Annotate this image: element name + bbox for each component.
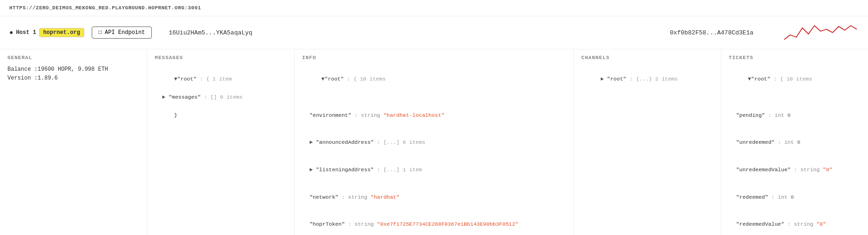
info-tree: ▼"root" : { 10 items "environment" : str…	[302, 65, 566, 235]
messages-val: [] 0 items	[210, 94, 243, 100]
host-row: ● Host 1 hoprnet.org □ API Endpoint 16Ui…	[0, 16, 868, 49]
version-line: Version :1.89.6	[7, 74, 139, 83]
info-header: INFO	[302, 55, 566, 60]
messages-tree: ▼"root" : { 1 item ► "messages" : [] 0 i…	[155, 65, 286, 129]
host-name: hoprnet.org	[39, 28, 84, 37]
announced-expand[interactable]: ►	[310, 139, 313, 145]
tickets-section: TICKETS ▼"root" : { 10 items "pending" :…	[721, 49, 868, 235]
general-header: GENERAL	[7, 55, 139, 60]
host-label: Host 1	[16, 29, 36, 36]
info-root-expand[interactable]: ▼	[321, 76, 325, 82]
messages-root-count: 1 item	[213, 76, 232, 82]
balance-line: Balance :19600 HOPR, 9.998 ETH	[7, 65, 139, 74]
general-section: GENERAL Balance :19600 HOPR, 9.998 ETH V…	[0, 49, 147, 235]
api-button-label: API Endpoint	[105, 29, 145, 36]
messages-root-key: "root"	[177, 76, 197, 82]
messages-key: "messages"	[169, 94, 201, 100]
channels-tree: ► "root" : {...} 2 items	[581, 65, 713, 93]
host-badge: ● Host 1 hoprnet.org	[9, 28, 84, 37]
info-section: INFO ▼"root" : { 10 items "environment" …	[295, 49, 574, 235]
api-endpoint-button[interactable]: □ API Endpoint	[92, 27, 152, 39]
messages-header: MESSAGES	[155, 55, 286, 60]
api-icon: □	[99, 29, 102, 36]
address-2: 0xf0b82F58...A478Cd3E1a	[670, 29, 753, 36]
tickets-root-expand[interactable]: ▼	[748, 76, 751, 82]
check-icon: ●	[9, 29, 13, 36]
messages-expand[interactable]: ►	[162, 94, 165, 100]
address-1: 16Uiu2HAm5...YKA5aqaLyq	[169, 29, 252, 36]
channels-section: CHANNELS ► "root" : {...} 2 items	[574, 49, 721, 235]
tickets-header: TICKETS	[729, 55, 861, 60]
messages-root-expand[interactable]: ▼	[174, 76, 177, 82]
listening-expand[interactable]: ►	[310, 167, 313, 173]
server-url: HTTPS://ZERO_DEIMOS_MEKONG_RED.PLAYGROUN…	[9, 5, 201, 11]
top-bar: HTTPS://ZERO_DEIMOS_MEKONG_RED.PLAYGROUN…	[0, 0, 868, 16]
sparkline-chart	[784, 21, 859, 44]
messages-section: MESSAGES ▼"root" : { 1 item ► "messages"…	[147, 49, 294, 235]
main-content: GENERAL Balance :19600 HOPR, 9.998 ETH V…	[0, 49, 868, 235]
general-info: Balance :19600 HOPR, 9.998 ETH Version :…	[7, 65, 139, 83]
channels-header: CHANNELS	[581, 55, 713, 60]
tickets-tree: ▼"root" : { 10 items "pending" : int 0 "…	[729, 65, 861, 235]
channels-root-expand[interactable]: ►	[601, 76, 604, 82]
